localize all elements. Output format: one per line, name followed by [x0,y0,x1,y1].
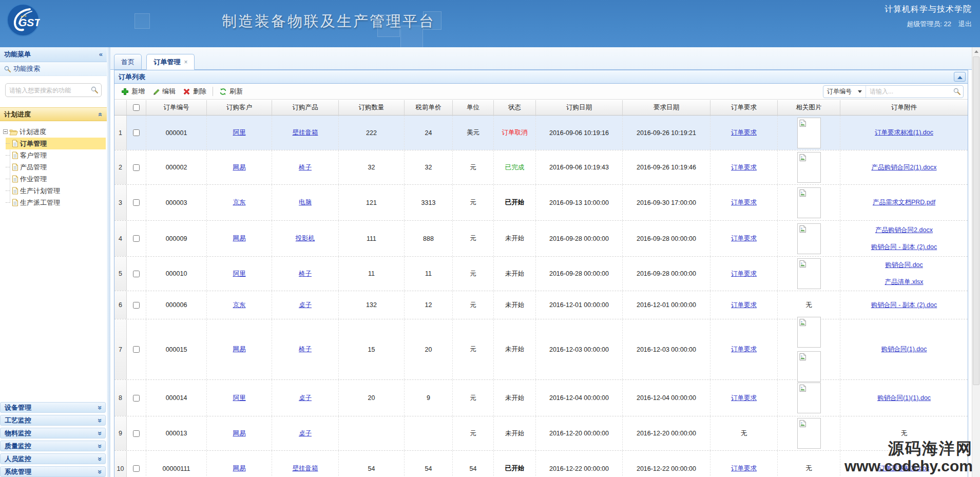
customer-link[interactable]: 阿里 [233,128,246,137]
column-header-订购日期[interactable]: 订购日期 [536,100,623,115]
tab-home[interactable]: 首页 [114,54,142,70]
row-checkbox[interactable] [133,271,140,277]
search-icon[interactable] [953,88,960,95]
chevron-down-icon[interactable]: « [95,470,103,474]
product-link[interactable]: 桌子 [299,394,312,403]
chevron-down-icon[interactable]: « [95,431,103,435]
requirement-link[interactable]: 订单要求 [731,128,757,137]
order-row-000013[interactable]: 9000013网易桌子元未开始2016-12-20 00:00:002016-1… [114,416,968,451]
sidebar-splitter[interactable] [107,47,110,477]
requirement-link[interactable]: 订单要求 [731,301,757,310]
image-placeholder[interactable] [797,187,821,218]
requirement-link[interactable]: 订单要求 [731,270,757,278]
column-header-订单附件[interactable]: 订单附件 [840,100,968,115]
row-checkbox[interactable] [133,465,140,472]
refresh-button[interactable]: 刷新 [216,86,246,97]
customer-link[interactable]: 网易 [233,163,246,172]
attachment-link[interactable]: 产品需求文档PRD.pdf [873,198,935,207]
row-checkbox[interactable] [133,129,140,136]
column-header-单位[interactable]: 单位 [453,100,494,115]
image-placeholder[interactable] [797,351,821,382]
row-checkbox[interactable] [133,346,140,353]
order-row-000015[interactable]: 7000015网易椅子1520元未开始2016-12-03 00:00:0020… [114,319,968,380]
tree-expander-icon[interactable] [3,129,8,134]
scrollbar-up-arrow[interactable] [972,47,980,55]
row-checkbox[interactable] [133,164,140,171]
order-row-00000111[interactable]: 1000000111网易壁挂音箱545454已开始2016-12-22 00:0… [114,451,968,477]
customer-link[interactable]: 网易 [233,345,246,354]
tree-item-作业管理[interactable]: 作业管理 [6,173,106,185]
sidebar-section-人员监控[interactable]: 人员监控 « [0,453,106,464]
search-icon[interactable] [91,86,98,93]
attachment-link[interactable]: 产品清单.xlsx [885,278,924,287]
chevron-up-icon[interactable]: « [97,112,104,117]
chevron-down-icon[interactable]: « [95,406,103,410]
attachment-link[interactable]: 购销合同 - 副本 (2).doc [871,243,937,252]
product-link[interactable]: 椅子 [299,345,312,354]
requirement-link[interactable]: 订单要求 [731,163,757,172]
product-link[interactable]: 椅子 [299,163,312,172]
image-placeholder[interactable] [797,317,821,348]
tree-item-生产计划管理[interactable]: 生产计划管理 [6,185,106,197]
customer-link[interactable]: 京东 [233,198,246,207]
image-placeholder[interactable] [797,258,821,289]
attachment-link[interactable]: 订单要求标准(1).doc [875,128,933,137]
edit-button[interactable]: 编辑 [148,86,179,97]
attachment-link[interactable]: 产品购销合同2.docx [871,226,937,235]
order-row-000002[interactable]: 2000002网易椅子3232元已完成2016-09-06 10:19:4320… [114,150,968,185]
customer-link[interactable]: 网易 [233,429,246,438]
column-header-要求日期[interactable]: 要求日期 [623,100,710,115]
column-header-订购产品[interactable]: 订购产品 [272,100,339,115]
sidebar-section-质量监控[interactable]: 质量监控 « [0,441,106,451]
product-link[interactable]: 电脑 [299,198,312,207]
order-row-000006[interactable]: 6000006京东桌子13212元未开始2016-12-01 00:00:002… [114,291,968,319]
tree-item-产品管理[interactable]: 产品管理 [6,161,106,173]
product-link[interactable]: 投影机 [296,234,315,243]
delete-button[interactable]: 删除 [179,86,210,97]
customer-link[interactable]: 京东 [233,301,246,310]
sidebar-section-工艺监控[interactable]: 工艺监控 « [0,415,106,426]
sidebar-collapse-icon[interactable]: « [99,47,103,62]
column-header-状态[interactable]: 状态 [494,100,536,115]
row-checkbox[interactable] [133,430,140,437]
product-link[interactable]: 桌子 [299,301,312,310]
tab-close-icon[interactable]: × [184,59,187,66]
row-checkbox[interactable] [133,302,140,309]
image-placeholder[interactable] [797,118,821,148]
attachment-link[interactable]: 购销合同.doc [885,261,924,270]
sidebar-section-plan-progress[interactable]: 计划进度 « [0,107,107,121]
tree-node-plan-progress[interactable]: 计划进度 [3,126,106,138]
customer-link[interactable]: 阿里 [233,270,246,278]
product-link[interactable]: 壁挂音箱 [293,128,318,137]
column-header-订购客户[interactable]: 订购客户 [207,100,272,115]
row-checkbox[interactable] [133,199,140,206]
order-row-000010[interactable]: 5000010阿里椅子1111元未开始2016-09-28 00:00:0020… [114,257,968,291]
tab-order-management[interactable]: 订单管理× [146,54,195,70]
product-link[interactable]: 壁挂音箱 [293,464,318,473]
customer-link[interactable]: 网易 [233,234,246,243]
tree-item-生产派工管理[interactable]: 生产派工管理 [6,197,106,208]
image-placeholder[interactable] [797,152,821,183]
chevron-down-icon[interactable]: « [95,444,103,448]
attachment-link[interactable]: 产品购销合同2(1).docx [871,163,936,172]
order-row-000003[interactable]: 3000003京东电脑1213313元已开始2016-09-13 10:00:0… [114,185,968,221]
customer-link[interactable]: 阿里 [233,394,246,403]
requirement-link[interactable]: 订单要求 [731,198,757,207]
column-header-订单要求[interactable]: 订单要求 [710,100,778,115]
product-link[interactable]: 椅子 [299,270,312,278]
select-all-checkbox[interactable] [133,104,140,111]
requirement-link[interactable]: 订单要求 [731,345,757,354]
image-placeholder[interactable] [797,223,821,254]
image-placeholder[interactable] [797,383,821,413]
requirement-link[interactable]: 订单要求 [731,234,757,243]
column-header-税前单价[interactable]: 税前单价 [405,100,453,115]
product-link[interactable]: 桌子 [299,429,312,438]
attachment-link[interactable]: 购销合同 - 副本 (2).doc [871,301,937,310]
attachment-link[interactable]: 购销合同(1).doc [881,345,927,354]
sidebar-section-系统管理[interactable]: 系统管理 « [0,466,106,477]
column-header-订单编号[interactable]: 订单编号 [146,100,207,115]
add-button[interactable]: 新增 [118,86,148,97]
tree-item-订单管理[interactable]: 订单管理 [6,138,106,149]
grid-search-input[interactable] [866,88,952,95]
vertical-scrollbar[interactable] [972,47,980,477]
